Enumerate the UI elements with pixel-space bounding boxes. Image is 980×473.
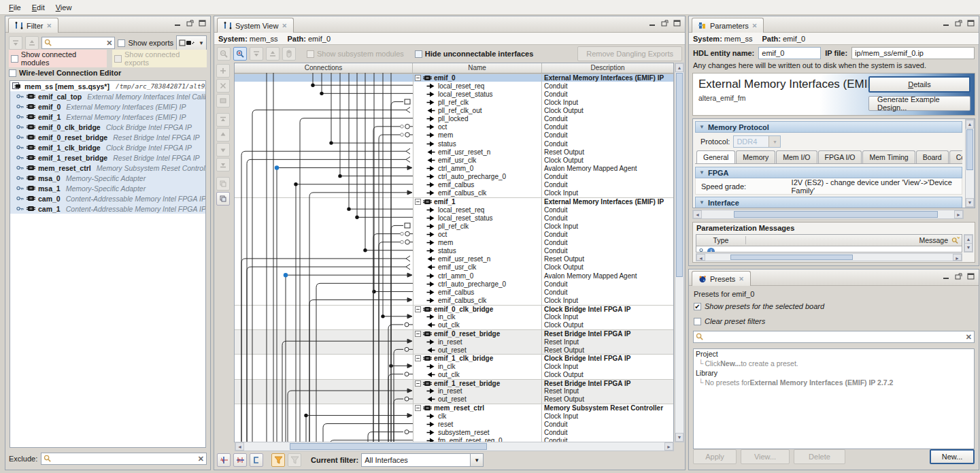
collapse-all-button[interactable] <box>9 36 22 50</box>
table-row-emif_0-local_reset_status[interactable]: local_reset_statusConduit <box>235 90 673 98</box>
column-header-connections[interactable]: Connections <box>235 63 413 73</box>
float-icon[interactable] <box>955 20 962 27</box>
duplicate-button[interactable] <box>216 177 230 191</box>
table-row-mem_reset_ctrl-subsystem_reset[interactable]: subsystem_resetConduit <box>235 428 673 436</box>
tree-item-emif_0_clk_bridge[interactable]: emif_0_clk_bridgeClock Bridge Intel FPGA… <box>10 122 205 132</box>
show-clock-crossings-icon[interactable] <box>217 453 231 467</box>
table-row-mem_reset_ctrl-reset[interactable]: resetConduit <box>235 420 673 428</box>
table-row-emif_0-ctrl_amm_0[interactable]: ctrl_amm_0Avalon Memory Mapped Agent <box>235 164 673 172</box>
tree-item-emif_0[interactable]: emif_0External Memory Interfaces (EMIF) … <box>10 101 205 112</box>
maximize-icon[interactable] <box>967 20 975 27</box>
tab-parameters[interactable]: Parameters ✕ <box>692 18 764 33</box>
show-subsystem-checkbox[interactable]: Show subsystem modules <box>307 50 404 58</box>
show-connected-exports-checkbox[interactable]: Show connected exports <box>112 50 207 67</box>
exclude-field[interactable]: ✕ <box>41 453 207 465</box>
tree-item-emif_1[interactable]: emif_1External Memory Interfaces (EMIF) … <box>10 112 205 122</box>
param-vertical-scrollbar[interactable]: ▲ ▼ <box>965 119 975 208</box>
table-row-emif_1_reset_bridge-in_reset[interactable]: in_resetReset Input <box>235 387 673 395</box>
add-button[interactable] <box>216 64 230 78</box>
table-row-emif_1-emif_calbus_clk[interactable]: emif_calbus_clkClock Input <box>235 296 673 304</box>
float-icon[interactable] <box>186 20 194 27</box>
message-filter-icon[interactable] <box>951 236 962 244</box>
table-row-emif_0_reset_bridge-in_reset[interactable]: in_resetReset Input <box>235 338 673 346</box>
presets-tab-close-icon[interactable]: ✕ <box>739 276 744 282</box>
table-row-emif_0-emif_usr_clk[interactable]: emif_usr_clkClock Output <box>235 156 673 164</box>
minimize-icon[interactable] <box>649 20 656 27</box>
show-reset-crossings-icon[interactable]: ft <box>233 453 247 467</box>
param-tab-controller[interactable]: Controller <box>949 150 962 163</box>
table-row-emif_0-oct[interactable]: octConduit <box>235 123 673 131</box>
float-icon[interactable] <box>955 273 962 280</box>
filter-search-field[interactable]: ✕ <box>41 37 115 49</box>
expand-all-button[interactable] <box>266 47 280 61</box>
table-row-emif_0_clk_bridge-out_clk[interactable]: out_clkClock Output <box>235 321 673 329</box>
message-group-row[interactable]: i <box>696 246 962 252</box>
expand-all-button[interactable] <box>25 36 39 50</box>
copy-button[interactable] <box>216 192 230 206</box>
parameters-tab-close-icon[interactable]: ✕ <box>752 22 758 29</box>
preset-search-field[interactable]: ✕ <box>693 331 975 343</box>
filter-icon[interactable] <box>271 453 285 467</box>
param-tab-board[interactable]: Board <box>916 150 949 163</box>
table-row-emif_1-local_reset_status[interactable]: local_reset_statusConduit <box>235 214 673 222</box>
messages-horizontal-scrollbar[interactable]: ◄ ► <box>696 253 962 261</box>
table-row-emif_0-ctrl_auto_precharge_0[interactable]: ctrl_auto_precharge_0Conduit <box>235 173 673 181</box>
minimize-icon[interactable] <box>174 20 182 27</box>
table-row-emif_1-mem[interactable]: memConduit <box>235 239 673 247</box>
table-row-emif_0-status[interactable]: statusConduit <box>235 140 673 148</box>
system-view-tab-close-icon[interactable]: ✕ <box>282 22 287 29</box>
tree-item-cam_1[interactable]: cam_1Content-Addressable Memory Intel FP… <box>10 203 205 214</box>
section-interface[interactable]: ▼Interface <box>695 197 962 208</box>
table-row-emif_1_clk_bridge-in_clk[interactable]: in_clkClock Input <box>235 362 673 370</box>
collapse-icon[interactable] <box>415 355 421 361</box>
table-row-emif_0-pll_locked[interactable]: pll_lockedConduit <box>235 115 673 123</box>
table-row-emif_1-status[interactable]: statusConduit <box>235 247 673 255</box>
menu-item-view[interactable]: View <box>51 2 77 13</box>
table-row-emif_1_clk_bridge-out_clk[interactable]: out_clkClock Output <box>235 371 673 379</box>
show-presets-board-checkbox[interactable]: ✔Show presets for the selected board <box>694 302 824 310</box>
param-tab-general[interactable]: General <box>696 150 735 163</box>
tree-item-emif_1_reset_bridge[interactable]: emif_1_reset_bridgeReset Bridge Intel FP… <box>10 152 205 163</box>
table-row-emif_0-emif_calbus_clk[interactable]: emif_calbus_clkClock Input <box>235 189 673 197</box>
menu-item-edit[interactable]: Edit <box>27 2 50 13</box>
new-button[interactable]: New... <box>930 449 975 464</box>
remove-button[interactable] <box>216 79 230 93</box>
collapse-icon[interactable] <box>415 306 421 312</box>
table-row-emif_0-pll_ref_clk[interactable]: pll_ref_clkClock Input <box>235 98 673 106</box>
hdl-entity-field[interactable]: emif_0 <box>758 47 821 59</box>
tab-filter[interactable]: Filter ✕ <box>8 18 58 33</box>
param-tab-mem-timing[interactable]: Mem Timing <box>862 150 915 163</box>
details-button[interactable]: Details <box>868 76 970 93</box>
menu-item-file[interactable]: File <box>4 2 26 13</box>
table-row-emif_0_reset_bridge[interactable]: emif_0_reset_bridgeReset Bridge Intel FP… <box>235 329 673 338</box>
clear-preset-filters-checkbox[interactable]: Clear preset filters <box>694 317 765 325</box>
minimize-icon[interactable] <box>943 273 950 280</box>
message-column-message[interactable]: Message <box>746 236 951 244</box>
show-connections-icon[interactable] <box>250 453 263 467</box>
table-horizontal-scrollbar[interactable]: ◄ ► <box>235 442 674 451</box>
table-row-emif_0_clk_bridge-in_clk[interactable]: in_clkClock Input <box>235 313 673 321</box>
move-bottom-button[interactable] <box>216 158 230 172</box>
tree-item-mem_reset_ctrl[interactable]: mem_reset_ctrlMemory Subsystem Reset Con… <box>10 163 205 173</box>
column-header-description[interactable]: Description <box>542 63 673 73</box>
tree-item-cam_0[interactable]: cam_0Content-Addressable Memory Intel FP… <box>10 193 205 203</box>
table-row-emif_1_reset_bridge-out_reset[interactable]: out_resetReset Output <box>235 395 673 404</box>
tree-item-msa_0[interactable]: msa_0Memory-Specific Adapter <box>10 173 205 183</box>
move-top-button[interactable] <box>216 113 230 127</box>
tab-presets[interactable]: Presets ✕ <box>692 271 751 286</box>
table-row-emif_1-emif_usr_reset_n[interactable]: emif_usr_reset_nReset Output <box>235 255 673 263</box>
maximize-icon[interactable] <box>199 20 206 27</box>
clear-search-icon[interactable]: ✕ <box>966 333 972 342</box>
apply-button[interactable]: Apply <box>693 449 737 464</box>
collapse-icon[interactable] <box>415 331 421 337</box>
tree-item-emif_0_reset_bridge[interactable]: emif_0_reset_bridgeReset Bridge Intel FP… <box>10 132 205 142</box>
table-row-emif_1_clk_bridge[interactable]: emif_1_clk_bridgeClock Bridge Intel FPGA… <box>235 354 673 362</box>
ip-file-field[interactable]: ip/mem_ss/emif_0.ip <box>851 47 975 59</box>
collapse-icon[interactable] <box>415 405 421 411</box>
table-row-emif_1-ctrl_auto_precharge_0[interactable]: ctrl_auto_precharge_0Conduit <box>235 280 673 288</box>
table-row-emif_1-emif_usr_clk[interactable]: emif_usr_clkClock Output <box>235 263 673 272</box>
tree-root-mem-ss[interactable]: mem_ss [mem_ss.qsys*]/tmp/arc_783842871/… <box>10 81 205 91</box>
table-row-emif_1-oct[interactable]: octConduit <box>235 230 673 238</box>
pan-button[interactable] <box>282 47 296 61</box>
move-up-button[interactable] <box>216 128 230 142</box>
